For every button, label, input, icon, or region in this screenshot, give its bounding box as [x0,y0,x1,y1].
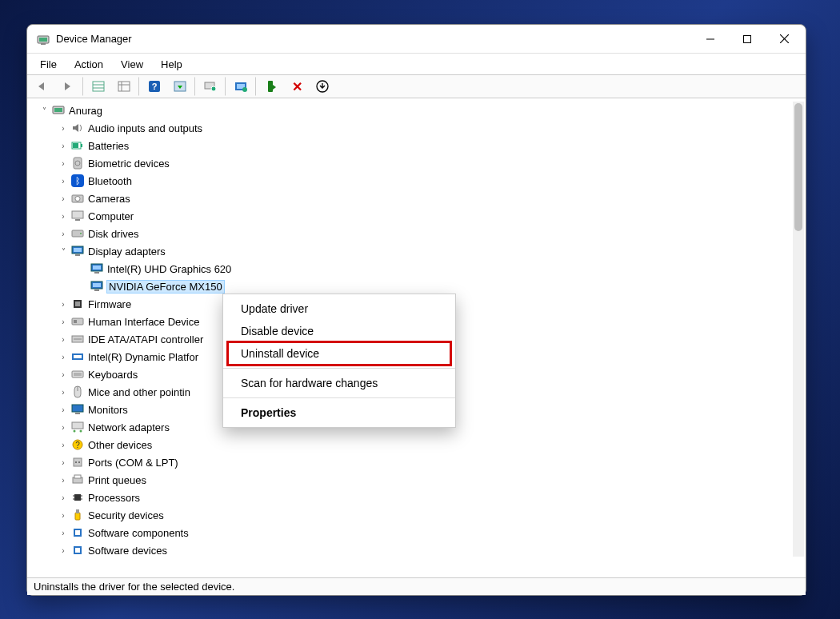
context-properties[interactable]: Properties [223,401,455,424]
tree-item-ports-com-lpt[interactable]: › Ports (COM & LPT) [32,453,804,471]
tree-item-label: IDE ATA/ATAPI controller [88,333,203,345]
hid-icon [70,314,85,329]
ide-icon [70,332,85,346]
properties-button[interactable] [168,77,195,96]
svg-rect-2 [41,43,46,45]
tree-item-software-devices[interactable]: › Software devices [32,541,804,559]
svg-rect-7 [93,82,104,91]
chevron-icon[interactable]: › [58,527,69,538]
svg-point-61 [74,430,76,433]
svg-text:?: ? [152,82,158,91]
list-view-button[interactable] [86,77,110,96]
tree-item-computer[interactable]: › Computer [32,207,804,225]
chevron-icon[interactable]: › [58,158,69,169]
forward-button[interactable] [56,77,83,96]
tree-root[interactable]: ˅ Anurag [32,102,804,119]
chevron-icon[interactable]: › [58,421,69,433]
tree-item-processors[interactable]: › Processors [32,489,804,506]
chevron-icon[interactable]: › [58,439,69,450]
tree-item-label: Other devices [88,439,152,451]
tree-item-bluetooth[interactable]: › ᛒ Bluetooth [32,172,804,190]
svg-rect-41 [94,272,99,274]
chevron-icon[interactable]: › [58,193,69,204]
status-text: Uninstalls the driver for the selected d… [34,581,234,593]
help-button[interactable]: ? [142,77,166,96]
tree-item-cameras[interactable]: › Cameras [32,190,804,207]
tree-item-nvidia-geforce-mx150[interactable]: NVIDIA GeForce MX150 [32,278,804,295]
close-button[interactable] [766,27,802,51]
x-icon: ✕ [292,79,302,94]
svg-rect-24 [54,108,62,112]
context-menu: Update driver Disable device Uninstall d… [222,294,456,428]
display-icon [90,279,104,294]
context-disable-device[interactable]: Disable device [223,320,455,342]
tree-item-intel-r-uhd-graphics-620[interactable]: Intel(R) UHD Graphics 620 [32,260,804,278]
menu-action[interactable]: Action [66,57,111,72]
display-icon [90,262,104,276]
minimize-button[interactable] [692,27,729,51]
chevron-icon[interactable]: › [58,369,69,380]
svg-point-66 [75,461,77,463]
menu-help[interactable]: Help [153,57,190,72]
update-driver-button[interactable] [229,77,256,96]
tree-item-print-queues[interactable]: › Print queues [32,471,804,489]
uninstall-device-button[interactable] [310,77,334,96]
battery-icon [70,138,85,153]
tree-item-security-devices[interactable]: › Security devices [32,506,804,524]
tree-item-label: Monitors [88,404,128,416]
svg-rect-38 [75,254,80,256]
tree-item-batteries[interactable]: › Batteries [32,137,804,154]
menu-view[interactable]: View [113,57,151,72]
chevron-icon[interactable]: › [58,333,69,345]
scrollbar-thumb[interactable] [794,103,802,231]
chevron-icon[interactable]: › [58,298,69,310]
maximize-button[interactable] [729,27,766,51]
security-icon [70,508,85,522]
context-uninstall-device[interactable]: Uninstall device [228,342,450,365]
tree-item-label: Keyboards [88,369,138,381]
scrollbar[interactable] [793,102,804,557]
chevron-icon[interactable]: › [58,175,69,186]
tree-item-disk-drives[interactable]: › Disk drives [32,225,804,242]
tree-item-label: Processors [88,492,140,504]
chevron-icon[interactable]: › [58,457,69,468]
chevron-icon[interactable]: › [58,474,69,485]
chevron-icon[interactable]: › [58,509,69,521]
tree-item-display-adapters[interactable]: ˅ Display adapters [32,242,804,260]
titlebar: Device Manager [27,25,806,54]
chevron-icon[interactable]: › [58,545,69,556]
scan-button[interactable] [198,77,226,96]
tree-item-audio-inputs-and-outputs[interactable]: › Audio inputs and outputs [32,119,804,137]
enable-device-button[interactable] [259,77,283,96]
svg-point-17 [211,86,216,91]
menu-file[interactable]: File [32,57,65,72]
chevron-icon[interactable]: › [58,404,69,415]
chevron-icon[interactable]: › [58,210,69,222]
disk-icon [70,226,85,241]
tree-item-software-components[interactable]: › Software components [32,524,804,541]
svg-point-62 [80,430,82,433]
tree-item-biometric-devices[interactable]: › Biometric devices [32,154,804,172]
tree-item-label: Display adapters [88,246,166,258]
tree-item-label: Software components [88,527,189,539]
chevron-icon[interactable]: ˅ [58,246,69,257]
svg-rect-44 [94,290,99,291]
context-scan-hardware[interactable]: Scan for hardware changes [223,372,455,394]
details-view-button[interactable] [112,77,139,96]
chevron-icon[interactable]: › [58,351,69,362]
chevron-icon[interactable]: › [58,386,69,397]
tree-item-other-devices[interactable]: › ? Other devices [32,436,804,453]
disable-device-button[interactable]: ✕ [285,77,309,96]
svg-rect-43 [93,283,101,287]
chevron-down-icon[interactable]: ˅ [38,105,50,116]
chevron-icon[interactable]: › [58,140,69,151]
chevron-icon[interactable]: › [58,492,69,503]
device-tree[interactable]: ˅ Anurag › Audio inputs and outputs › Ba… [32,102,804,576]
chevron-icon[interactable]: › [58,316,69,327]
back-button[interactable] [30,77,54,96]
context-update-driver[interactable]: Update driver [223,298,455,320]
tree-item-label: Intel(R) Dynamic Platfor [88,351,198,363]
chevron-icon[interactable]: › [58,228,69,239]
chevron-icon[interactable]: › [58,122,69,134]
svg-point-35 [80,233,82,234]
